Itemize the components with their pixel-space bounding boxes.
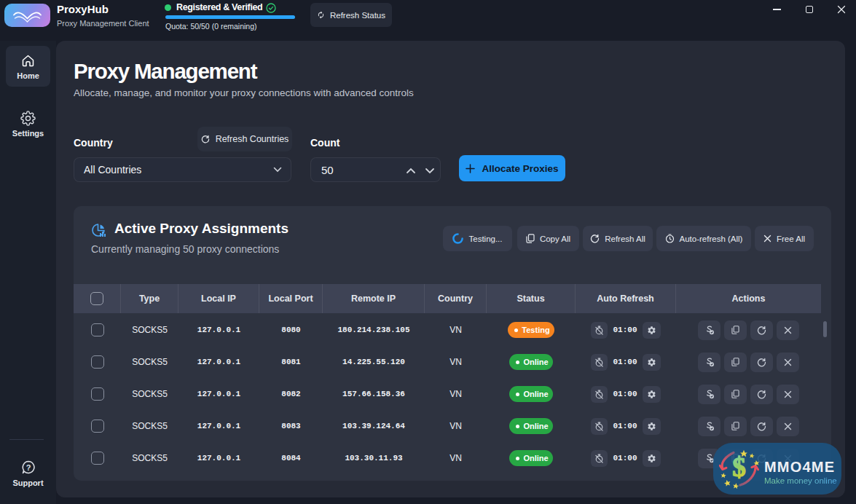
svg-text:$: $ xyxy=(732,452,746,482)
svg-text:?: ? xyxy=(25,463,31,472)
